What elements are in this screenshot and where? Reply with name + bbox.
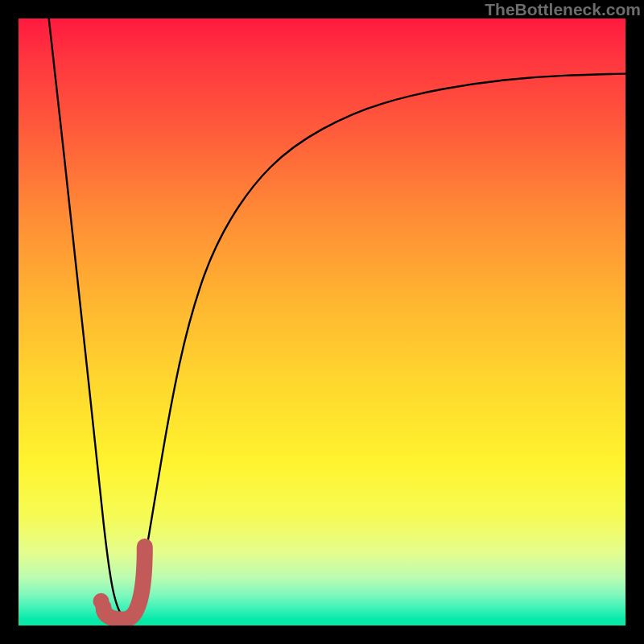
selected-hardware-dot — [93, 593, 109, 609]
watermark-text: TheBottleneck.com — [485, 0, 641, 19]
chart-frame: TheBottleneck.com — [0, 0, 644, 644]
selected-hardware-arc — [104, 547, 145, 619]
plot-svg — [19, 19, 625, 625]
bottleneck-curve — [49, 19, 625, 617]
plot-area — [19, 19, 625, 625]
